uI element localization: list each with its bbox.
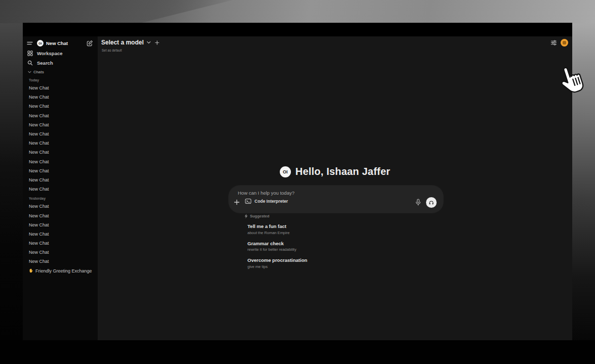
chat-group-label: Today xyxy=(29,78,98,82)
wallpaper-bottom xyxy=(0,340,595,364)
suggestion-subtitle: rewrite it for better readability xyxy=(247,247,409,252)
chat-item[interactable]: New Chat xyxy=(28,257,98,266)
waving-hand-icon xyxy=(29,268,33,273)
microphone-icon[interactable] xyxy=(415,199,421,206)
grid-icon xyxy=(27,51,33,56)
app-logo: OI xyxy=(280,166,291,177)
suggestion-title: Overcome procrastination xyxy=(247,257,409,263)
suggestion-title: Grammar check xyxy=(247,241,409,246)
add-model-icon[interactable] xyxy=(155,40,159,45)
sidebar-header: OI New Chat xyxy=(23,39,98,48)
input-toolbar: Code Interpreter xyxy=(229,197,443,209)
chevron-down-icon xyxy=(28,71,31,73)
chat-item[interactable]: New Chat xyxy=(28,148,98,157)
chats-section-toggle[interactable]: Chats xyxy=(28,69,98,75)
suggestion-item[interactable]: Grammar checkrewrite it for better reada… xyxy=(247,238,409,255)
chat-item[interactable]: New Chat xyxy=(28,220,98,230)
set-default-link[interactable]: Set as default xyxy=(102,49,122,52)
chat-item[interactable]: New Chat xyxy=(28,185,98,194)
chat-item[interactable]: New Chat xyxy=(28,166,98,175)
user-avatar[interactable] xyxy=(561,39,568,47)
chat-list: Chats TodayNew ChatNew ChatNew ChatNew C… xyxy=(23,69,98,340)
headphones-icon xyxy=(429,200,434,206)
voice-call-button[interactable] xyxy=(426,197,437,208)
new-chat-icon[interactable] xyxy=(87,40,93,47)
sidebar-item-search[interactable]: Search xyxy=(23,58,98,68)
chat-group-label: Yesterday xyxy=(29,197,98,200)
screen: OI New Chat Wo xyxy=(0,0,595,364)
chat-item[interactable]: New Chat xyxy=(28,239,98,248)
chat-item[interactable]: New Chat xyxy=(28,175,98,185)
model-selector-label: Select a model xyxy=(101,39,144,46)
suggestion-title: Tell me a fun fact xyxy=(247,223,409,229)
chat-input-card[interactable]: How can I help you today? Code Interpret… xyxy=(229,186,443,213)
chat-item[interactable]: New Chat xyxy=(28,157,98,166)
app-window: OI New Chat Wo xyxy=(23,23,572,340)
suggested-header: Suggested xyxy=(244,214,269,218)
chat-item[interactable]: New Chat xyxy=(28,211,98,220)
chat-item[interactable]: New Chat xyxy=(28,102,98,111)
chats-section-label: Chats xyxy=(33,70,44,74)
chat-item[interactable]: New Chat xyxy=(28,139,98,148)
chevron-down-icon xyxy=(147,41,151,44)
suggestion-item[interactable]: Overcome procrastinationgive me tips xyxy=(247,255,409,272)
chat-item[interactable]: New Chat xyxy=(28,248,98,257)
code-interpreter-toggle[interactable]: Code Interpreter xyxy=(245,198,288,204)
suggestion-subtitle: about the Roman Empire xyxy=(247,231,409,235)
sidebar-nav: Workspace Search xyxy=(23,49,98,68)
chat-item[interactable]: New Chat xyxy=(28,202,98,211)
search-icon xyxy=(27,60,33,66)
chat-item-label: Friendly Greeting Exchange xyxy=(35,268,92,274)
greeting-text: Hello, Ishaan Jaffer xyxy=(295,166,390,177)
chat-item[interactable]: New Chat xyxy=(28,93,98,102)
chat-input[interactable]: How can I help you today? xyxy=(238,190,294,196)
chat-item-named[interactable]: Friendly Greeting Exchange xyxy=(28,266,98,276)
suggestions-list: Tell me a fun factabout the Roman Empire… xyxy=(247,221,409,272)
greeting-block: OI Hello, Ishaan Jaffer xyxy=(98,166,572,177)
bolt-icon xyxy=(244,214,248,218)
sidebar-item-label: Workspace xyxy=(37,51,63,56)
chat-item[interactable]: New Chat xyxy=(28,230,98,239)
chat-item[interactable]: New Chat xyxy=(28,111,98,120)
suggestion-item[interactable]: Tell me a fun factabout the Roman Empire xyxy=(247,221,409,238)
wallpaper-right xyxy=(572,23,595,341)
code-interpreter-label: Code Interpreter xyxy=(254,199,288,204)
suggested-label: Suggested xyxy=(250,214,269,218)
sidebar: OI New Chat Wo xyxy=(23,36,98,340)
suggestion-subtitle: give me tips xyxy=(247,264,409,269)
app-logo: OI xyxy=(37,40,44,47)
chat-groups: TodayNew ChatNew ChatNew ChatNew ChatNew… xyxy=(28,78,98,266)
sidebar-item-workspace[interactable]: Workspace xyxy=(23,49,98,58)
chat-item[interactable]: New Chat xyxy=(28,120,98,129)
wallpaper-left xyxy=(0,23,23,341)
main-area: Select a model Set as default xyxy=(98,36,572,340)
sidebar-title: New Chat xyxy=(46,40,68,46)
header-actions xyxy=(550,39,568,47)
command-line-icon xyxy=(245,198,251,204)
sidebar-toggle-icon[interactable] xyxy=(27,41,33,46)
attach-plus-icon[interactable] xyxy=(234,199,240,205)
model-selector[interactable]: Select a model xyxy=(101,39,159,46)
chat-item[interactable]: New Chat xyxy=(28,129,98,139)
chat-item[interactable]: New Chat xyxy=(28,83,98,93)
controls-sliders-icon[interactable] xyxy=(550,39,557,46)
sidebar-item-label: Search xyxy=(37,60,53,66)
